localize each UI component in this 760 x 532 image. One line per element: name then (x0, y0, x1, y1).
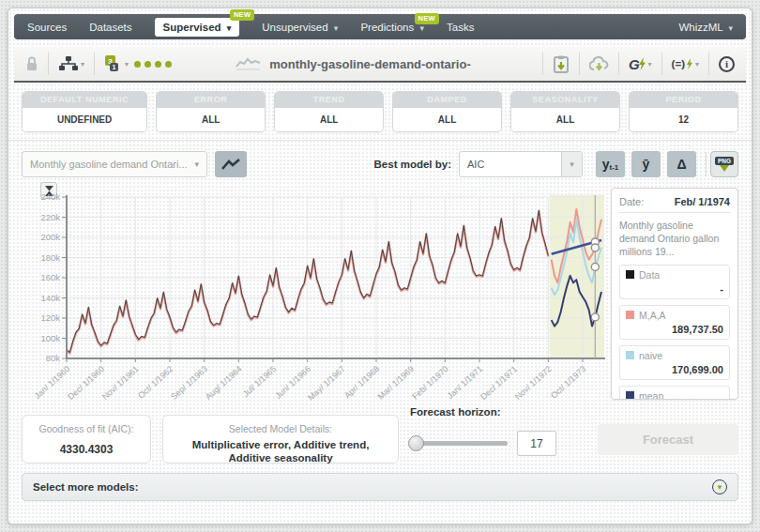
forecast-horizon-slider[interactable] (410, 441, 508, 446)
filter-header: SEASONALITY (511, 92, 619, 108)
filter-period[interactable]: PERIOD 12 (629, 91, 738, 132)
time-series-chart-zone: 80k100k120k140k160k180k200k220k240kJan/ … (8, 182, 752, 409)
svg-text:Nov/ 1/1972: Nov/ 1/1972 (513, 364, 554, 402)
nav-item-sources[interactable]: Sources (27, 22, 67, 33)
chevron-down-icon: ▾ (695, 60, 699, 68)
svg-text:Mar/ 1/1969: Mar/ 1/1969 (376, 364, 416, 402)
lock-icon[interactable] (23, 54, 40, 73)
field-description: Monthly gasoline demand Ontario gallon m… (619, 219, 730, 259)
new-badge: NEW (230, 9, 254, 21)
svg-text:180k: 180k (40, 252, 60, 263)
data-color-swatch (626, 270, 634, 279)
hover-tooltip-panel: Date: Feb/ 1/1974 Monthly gasoline deman… (611, 188, 738, 400)
field-select-value: Monthly gasoline demand Ontari... (30, 159, 188, 170)
svg-text:100k: 100k (40, 333, 60, 343)
date-label: Date: (619, 196, 644, 207)
chart-type-toggle-button[interactable] (215, 151, 247, 177)
info-icon[interactable]: i (717, 54, 737, 74)
chevron-down-icon: ▾ (419, 23, 424, 33)
png-icon: PNG (715, 157, 734, 165)
svg-text:Oct/ 1/1973: Oct/ 1/1973 (549, 364, 587, 401)
nav-item-supervised[interactable]: Supervised ▾ NEW (155, 18, 240, 37)
field-select-dropdown[interactable]: Monthly gasoline demand Ontari... ▾ (22, 151, 207, 177)
svg-text:Nov/ 1/1961: Nov/ 1/1961 (100, 364, 141, 402)
forecast-horizon-group: Forecast horizon: (410, 406, 558, 456)
export-png-button[interactable]: PNG (710, 151, 738, 177)
date-value: Feb/ 1/1974 (675, 196, 730, 207)
chevron-down-icon: ▾ (81, 60, 84, 68)
one-click-menu-icon[interactable]: 3 1 ▾ (102, 53, 130, 74)
execute-script-icon[interactable]: (=) ▾ (670, 56, 701, 71)
divider (706, 152, 707, 176)
svg-text:1: 1 (113, 64, 116, 70)
slider-handle[interactable] (408, 435, 424, 451)
delta-glyph: Δ (676, 157, 686, 172)
nav-item-label: WhizzML (678, 22, 722, 33)
divider (579, 53, 580, 75)
chevron-down-icon: ▾ (648, 60, 652, 68)
chevron-down-icon: ▾ (227, 23, 232, 33)
resource-title-wrap: monthly-gasoline-demand-ontario- (172, 56, 535, 71)
prev-value-glyph: y (602, 157, 610, 172)
mean-glyph: ȳ (643, 157, 650, 172)
filter-error[interactable]: ERROR ALL (156, 91, 266, 132)
nav-item-whizzml[interactable]: WhizzML ▾ (678, 22, 733, 33)
svg-text:80k: 80k (46, 353, 61, 363)
time-series-chart[interactable]: 80k100k120k140k160k180k200k220k240kJan/ … (29, 184, 616, 405)
mean-color-swatch (626, 391, 634, 400)
best-model-select[interactable]: AIC ▾ (459, 151, 583, 177)
filter-value: ALL (157, 108, 265, 131)
scriptify-letter: G (629, 56, 640, 72)
nav-item-tasks[interactable]: Tasks (447, 22, 474, 33)
legend-value: - (626, 283, 723, 295)
svg-text:160k: 160k (40, 272, 60, 282)
legend-label: Data (639, 269, 660, 281)
new-badge: NEW (415, 13, 439, 24)
chevron-glyph: ▼ (716, 484, 723, 492)
filter-damped[interactable]: DAMPED ALL (392, 91, 502, 132)
download-cloud-icon[interactable] (587, 54, 611, 74)
chevron-down-icon: ▾ (334, 23, 339, 33)
legend-label: M,A,A (639, 310, 666, 321)
tooltip-date-row: Date: Feb/ 1/1974 (619, 196, 730, 213)
forecast-button[interactable]: Forecast (598, 424, 738, 455)
divider (661, 53, 662, 75)
filter-value: ALL (393, 108, 501, 131)
mean-value-button[interactable]: ȳ (631, 151, 661, 177)
nav-item-predictions[interactable]: Predictions ▾ NEW (360, 22, 424, 33)
prev-value-button[interactable]: yt-1 (596, 151, 625, 177)
legend-item-maa: M,A,A 189,737.50 (619, 305, 730, 340)
legend-value: 189,737.50 (626, 324, 723, 335)
copy-clipboard-icon[interactable] (551, 53, 571, 75)
filter-value: ALL (275, 108, 383, 131)
status-dot (165, 61, 172, 68)
expand-chevron-icon[interactable]: ▼ (712, 479, 727, 494)
model-summary-row: Goodness of fit (AIC): 4330.4303 Selecte… (8, 409, 752, 464)
hierarchy-menu-icon[interactable]: ▾ (56, 54, 86, 73)
sparkline-icon (236, 56, 262, 71)
delta-button[interactable]: Δ (667, 151, 696, 177)
svg-text:220k: 220k (40, 212, 60, 222)
forecast-horizon-input[interactable] (517, 431, 556, 456)
filter-seasonality[interactable]: SEASONALITY ALL (510, 91, 620, 132)
svg-text:240k: 240k (40, 191, 60, 202)
naive-color-swatch (626, 351, 634, 359)
svg-text:Feb/ 1/1970: Feb/ 1/1970 (410, 364, 449, 402)
goodness-of-fit-card: Goodness of fit (AIC): 4330.4303 (22, 415, 151, 464)
goodness-value: 4330.4303 (32, 443, 141, 456)
filter-value: UNDEFINED (23, 108, 146, 131)
nav-item-datasets[interactable]: Datasets (89, 22, 131, 33)
select-more-models-bar[interactable]: Select more models: ▼ (22, 473, 738, 501)
scriptify-icon[interactable]: G ▾ (627, 54, 654, 74)
legend-label: mean (639, 390, 663, 400)
nav-item-unsupervised[interactable]: Unsupervised ▾ (262, 22, 338, 33)
chevron-down-icon: ▾ (728, 23, 733, 33)
svg-text:120k: 120k (40, 312, 60, 323)
filter-default-numeric[interactable]: DEFAULT NUMERIC UNDEFINED (22, 91, 147, 132)
maa-color-swatch (626, 311, 634, 319)
filter-header: ERROR (157, 92, 265, 108)
info-glyph: i (719, 56, 735, 72)
filter-trend[interactable]: TREND ALL (274, 91, 384, 132)
svg-text:Dec/ 1/1960: Dec/ 1/1960 (66, 364, 106, 402)
svg-text:Aug/ 1/1964: Aug/ 1/1964 (204, 364, 244, 402)
